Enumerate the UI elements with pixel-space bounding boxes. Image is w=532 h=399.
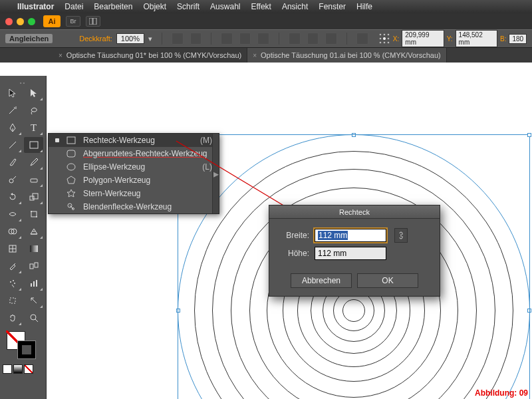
blob-brush-tool[interactable] [3,172,22,188]
svg-point-26 [10,281,11,283]
pencil-tool[interactable] [24,154,43,170]
align-left-icon[interactable] [221,33,233,45]
paintbrush-tool[interactable] [3,154,22,170]
svg-marker-39 [67,190,75,197]
svg-rect-1 [93,18,96,25]
flyout-shortcut: (L) [202,162,212,172]
polygon-icon [66,176,76,185]
eyedropper-tool[interactable] [3,258,22,274]
menu-schrift[interactable]: Schrift [177,2,200,11]
svg-rect-12 [30,142,38,148]
blend-tool[interactable] [24,258,43,274]
direct-selection-tool[interactable] [24,85,43,101]
magic-wand-tool[interactable] [3,102,22,118]
artboard-tool[interactable] [3,293,22,309]
close-tab-icon[interactable]: × [253,52,257,59]
x-field[interactable]: 209,999 mm [402,30,444,47]
svg-rect-29 [31,283,32,287]
free-transform-tool[interactable] [24,206,43,222]
close-tab-icon[interactable]: × [59,52,63,59]
minimize-button[interactable] [17,18,24,25]
shape-builder-tool[interactable] [3,223,22,239]
align-top-icon[interactable] [289,33,301,45]
gradient-mode-icon[interactable] [13,364,23,374]
recolor-icon[interactable] [190,33,202,45]
fill-stroke-swatches[interactable] [3,331,43,363]
menu-ansicht[interactable]: Ansicht [282,2,308,11]
color-mode-icon[interactable] [3,364,12,374]
flyout-item-rectangle[interactable]: Rechteck-Werkzeug (M) [49,134,219,147]
symbol-sprayer-tool[interactable] [3,275,22,291]
flyout-item-rounded-rectangle[interactable]: Abgerundetes-Rechteck-Werkzeug [49,147,219,160]
pen-tool[interactable] [3,120,22,136]
reference-point-icon[interactable] [378,32,390,45]
constrain-proportions-button[interactable] [394,228,408,243]
width-input[interactable]: 112 mm [315,229,386,242]
dialog-title[interactable]: Rechteck [269,205,440,219]
type-tool[interactable]: T [24,120,43,136]
lasso-tool[interactable] [24,102,43,118]
close-button[interactable] [5,18,13,25]
menu-fenster[interactable]: Fenster [319,2,346,11]
document-tab[interactable]: × Optische Täuschung 01* bei 100 % (CMYK… [53,48,247,63]
gradient-tool[interactable] [24,241,43,257]
b-field[interactable]: 180 [509,34,527,44]
rotate-tool[interactable] [3,189,22,205]
mesh-tool[interactable] [3,241,22,257]
menu-auswahl[interactable]: Auswahl [210,2,240,11]
transform-icon[interactable] [356,33,368,45]
rectangle-dialog: Rechteck Breite: 112 mm Höhe: 112 mm Abb… [269,205,440,297]
svg-marker-38 [67,176,75,184]
tab-label: Optische Täuschung 01* bei 100 % (CMYK/V… [66,51,241,59]
rectangle-tool[interactable] [24,137,43,153]
align-right-icon[interactable] [257,33,269,45]
flyout-item-polygon[interactable]: Polygon-Werkzeug [49,174,219,187]
flyout-label: Rechteck-Werkzeug [83,136,155,145]
x-label: X: [393,35,399,43]
flyout-label: Blendenflecke-Werkzeug [83,202,172,211]
line-tool[interactable] [3,137,22,153]
menu-bearbeiten[interactable]: Bearbeiten [94,2,132,11]
align-hcenter-icon[interactable] [239,33,251,45]
menu-effekt[interactable]: Effekt [251,2,271,11]
menu-hilfe[interactable]: Hilfe [356,2,372,11]
slice-tool[interactable] [24,293,43,309]
panel-grip-icon[interactable]: •• [3,80,43,85]
width-tool[interactable] [3,206,22,222]
align-vcenter-icon[interactable] [307,33,319,45]
none-mode-icon[interactable] [24,364,33,374]
perspective-tool[interactable] [24,223,43,239]
height-input[interactable]: 112 mm [315,247,386,260]
menu-illustrator[interactable]: Illustrator [17,2,54,11]
svg-line-34 [35,319,38,322]
eraser-tool[interactable] [24,172,43,188]
opacity-field[interactable]: 100% [116,33,144,44]
y-field[interactable]: 148,502 mm [456,30,497,47]
selection-tool[interactable] [3,85,22,101]
scale-tool[interactable] [24,189,43,205]
arrange-docs-button[interactable] [86,16,100,27]
style-icon[interactable] [172,33,184,45]
link-icon [398,231,404,240]
stroke-swatch[interactable] [17,340,36,359]
opacity-chevron-icon[interactable]: ▾ [148,35,152,43]
zoom-button[interactable] [28,18,35,25]
selection-mode-label: Angleichen [5,34,53,43]
tools-panel: •• T [0,76,47,399]
flyout-tearoff-handle[interactable]: ▸ [212,134,219,213]
bridge-button[interactable]: Br [66,16,80,27]
document-tab[interactable]: × Optische Täuschung 01.ai bei 100 % (CM… [247,48,447,63]
flyout-shortcut: (M) [200,136,212,145]
hand-tool[interactable] [3,310,22,326]
flyout-item-star[interactable]: Stern-Werkzeug [49,187,219,200]
graph-tool[interactable] [24,275,43,291]
menu-datei[interactable]: Datei [65,2,83,11]
zoom-tool[interactable] [24,310,43,326]
flyout-item-ellipse[interactable]: Ellipse-Werkzeug (L) [49,160,219,174]
figure-caption: Abbildung: 09 [475,388,528,398]
menu-objekt[interactable]: Objekt [143,2,166,11]
cancel-button[interactable]: Abbrechen [291,273,352,288]
ok-button[interactable]: OK [357,273,418,288]
align-bottom-icon[interactable] [325,33,337,45]
flyout-item-flare[interactable]: Blendenflecke-Werkzeug [49,200,219,213]
